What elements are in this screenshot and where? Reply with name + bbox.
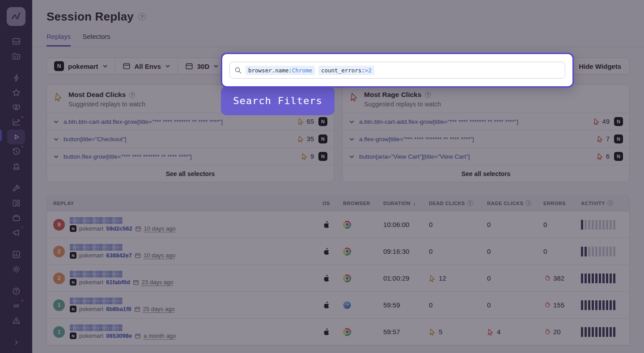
sidebar-item-help[interactable] (7, 284, 25, 298)
replay-id-link[interactable]: 61fabf0d (106, 279, 130, 286)
widget-subtitle: Suggested replays to watch (364, 101, 441, 108)
replay-age[interactable]: 25 days ago (143, 306, 175, 312)
selector-row[interactable]: button[title="Checkout"] 35 N (47, 130, 334, 147)
hide-widgets-button[interactable]: Hide Widgets (570, 58, 630, 75)
tab-replays[interactable]: Replays (47, 33, 71, 46)
chevron-down-icon[interactable] (349, 136, 355, 142)
replay-age[interactable]: 10 days ago (144, 252, 175, 259)
apple-os-icon (322, 301, 330, 309)
selector-link[interactable]: button.flex-grow[title="*** **** *******… (64, 153, 297, 160)
sidebar-item-inbox[interactable] (7, 34, 25, 49)
selector-link[interactable]: a.flex-grow[title="*** **** ******* ** *… (359, 136, 592, 143)
dead-click-cursor-icon (429, 275, 436, 282)
replay-age[interactable]: 10 days ago (144, 225, 176, 232)
dead-click-cursor-icon (301, 153, 308, 160)
sidebar-item-warning[interactable] (7, 313, 25, 328)
nextjs-icon: N (70, 332, 76, 339)
app-logo[interactable] (7, 7, 25, 26)
sidebar-item-siren[interactable] (7, 159, 25, 174)
nextjs-icon: N (318, 134, 327, 143)
sidebar-item-gavel[interactable] (7, 181, 25, 196)
search-input[interactable]: browser.name:Chromecount_errors:>2 (229, 62, 565, 79)
replay-age[interactable]: a month ago (144, 332, 176, 339)
help-icon[interactable]: ? (607, 200, 613, 206)
calendar-icon (133, 279, 139, 286)
selector-row[interactable]: button.flex-grow[title="*** **** *******… (47, 147, 334, 165)
help-icon[interactable]: ? (467, 200, 473, 206)
click-count: 0 (487, 248, 491, 255)
column-header-duration[interactable]: Duration↓ (383, 200, 427, 206)
column-header-browser[interactable]: Browser (343, 201, 381, 206)
replay-count-badge: 2 (53, 273, 65, 284)
sidebar-item-line-chart[interactable] (7, 115, 25, 130)
project-selector[interactable]: N pokemart (47, 58, 115, 74)
dead-click-cursor-icon (297, 118, 305, 125)
selector-row[interactable]: a.flex-grow[title="*** **** ******* ** *… (343, 130, 629, 147)
sidebar-item-code-folder[interactable] (7, 49, 25, 63)
environment-selector[interactable]: All Envs (115, 58, 178, 74)
search-spotlight-panel: browser.name:Chromecount_errors:>2 (221, 53, 574, 88)
apple-os-icon (322, 220, 330, 229)
chevron-down-icon[interactable] (53, 154, 59, 160)
replay-table-row[interactable]: 1 N pokemart 6b8ba1f8 25 days ago 59:59 … (47, 292, 629, 319)
sidebar-item-broadcast[interactable] (7, 298, 25, 313)
see-all-selectors-link[interactable]: See all selectors (47, 165, 334, 182)
selector-link[interactable]: button[aria="View Cart"][title="View Car… (359, 153, 592, 160)
sidebar-item-settings[interactable] (7, 262, 25, 277)
duration-value: 01:00:29 (383, 274, 409, 282)
help-icon[interactable]: ? (425, 92, 431, 98)
replay-id-link[interactable]: 0653098e (106, 332, 132, 339)
search-filter-token[interactable]: count_errors:>2 (318, 66, 374, 75)
selector-row[interactable]: button[aria="View Cart"][title="View Car… (343, 147, 629, 165)
sidebar-item-star[interactable] (7, 85, 25, 100)
selector-link[interactable]: a.btn.btn-cart-add.flex-grow[title="*** … (359, 118, 589, 125)
sidebar-item-play[interactable] (7, 130, 25, 144)
selector-link[interactable]: button[title="Checkout"] (64, 136, 293, 143)
chevron-down-icon[interactable] (53, 119, 59, 125)
date-range-selector[interactable]: 30D (178, 58, 226, 74)
column-header-errors[interactable]: Errors (543, 201, 579, 206)
column-header-activity[interactable]: Activity? (581, 200, 623, 206)
replay-age[interactable]: 23 days ago (142, 279, 174, 286)
selector-row[interactable]: a.btn.btn-cart-add.flex-grow[title="*** … (343, 113, 629, 130)
sidebar-item-lightning[interactable] (7, 71, 25, 85)
chevron-down-icon[interactable] (349, 119, 355, 125)
help-icon[interactable]: ? (525, 200, 531, 206)
sidebar-item-megaphone[interactable] (7, 225, 25, 240)
sidebar-item-projector[interactable] (7, 100, 25, 115)
replay-id-link[interactable]: 59d2c562 (106, 225, 132, 232)
search-filter-token[interactable]: browser.name:Chrome (246, 66, 315, 75)
replay-table-row[interactable]: 1 N pokemart 0653098e a month ago 59:57 … (47, 319, 629, 345)
selector-click-count: 35 (297, 135, 314, 143)
calendar-icon (135, 252, 141, 259)
replay-id-link[interactable]: 6b8ba1f8 (106, 306, 131, 312)
column-header-os[interactable]: OS (322, 201, 341, 206)
selector-link[interactable]: a.btn.btn-cart-add.flex-grow[title="*** … (64, 118, 293, 125)
see-all-selectors-link[interactable]: See all selectors (343, 165, 629, 182)
nextjs-icon: N (70, 306, 76, 312)
rage-click-cursor-icon (597, 153, 604, 160)
column-header-dead-clicks[interactable]: Dead Clicks? (429, 200, 485, 206)
notification-dot (21, 226, 24, 229)
chevron-down-icon[interactable] (53, 136, 59, 142)
page-help-icon[interactable]: ? (138, 13, 146, 21)
column-header-replay[interactable]: Replay (53, 201, 321, 206)
replay-table-row[interactable]: 2 N pokemart 61fabf0d 23 days ago 01:00:… (47, 265, 629, 292)
sidebar-item-archive[interactable] (7, 210, 25, 225)
activity-bars (581, 220, 615, 230)
page-title: Session Replay (47, 10, 134, 24)
duration-value: 10:06:00 (383, 221, 409, 228)
sidebar-item-collapse[interactable] (7, 335, 25, 350)
replay-table-row[interactable]: 9 N pokemart 59d2c562 10 days ago 10:06:… (47, 211, 629, 238)
rage-click-cursor-icon (597, 135, 604, 143)
sidebar-item-dashboard[interactable] (7, 196, 25, 210)
help-icon[interactable]: ? (129, 92, 135, 98)
replay-id-link[interactable]: 638842e7 (106, 252, 132, 259)
sidebar-item-bar-chart[interactable] (7, 247, 25, 262)
nextjs-icon: N (70, 225, 76, 232)
replay-table-row[interactable]: 2 N pokemart 638842e7 10 days ago 09:16:… (47, 238, 629, 265)
tab-selectors[interactable]: Selectors (82, 33, 110, 46)
column-header-rage-clicks[interactable]: Rage Clicks? (487, 200, 542, 206)
sidebar-item-history[interactable] (7, 144, 25, 159)
chevron-down-icon[interactable] (349, 154, 355, 160)
